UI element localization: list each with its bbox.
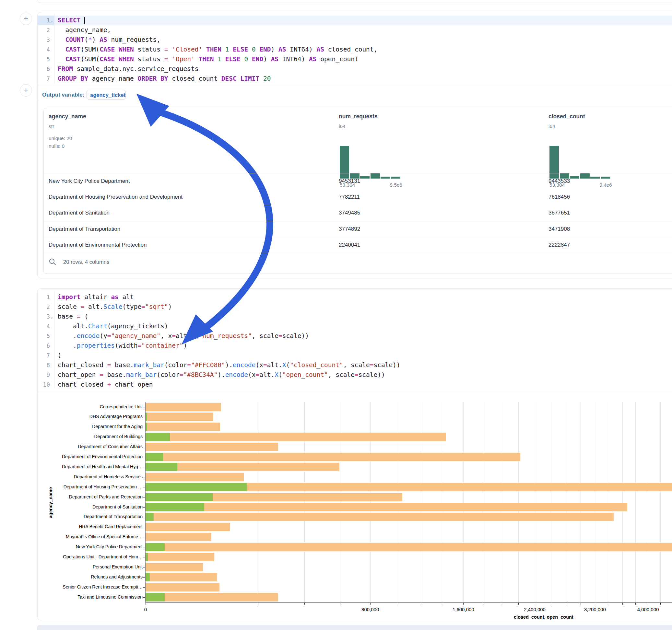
code-line[interactable]: 3⌄base = ( [38,312,672,321]
chart-bar-open [146,463,177,471]
code-line[interactable]: 6FROM sample_data.nyc.service_requests [38,64,672,74]
chart-bar-open [146,413,147,421]
line-number: 8 [38,360,50,370]
table-cell-closed-count[interactable]: 3471908 [549,221,570,237]
code-line[interactable]: 5 .encode(y="agency_name", x=alt.X("num_… [38,331,672,341]
code-line[interactable]: 6 .properties(width="container") [38,341,672,350]
chart-bar-closed [146,513,614,521]
table-cell-closed-count[interactable]: 3677651 [549,205,570,221]
chart-bar-closed [146,543,672,551]
chart-y-label: Department of Housing Preservation … [55,484,143,489]
output-row-divider [38,101,672,101]
chart-x-tick-label: 0 [144,607,147,612]
chart-gridline [635,402,636,602]
chart-gridline [648,402,648,602]
chart-x-axis-title: closed_count, open_count [514,614,573,620]
chart-y-label: Correspondence Unit [55,404,143,409]
chart-x-tick [370,603,370,605]
chevron-down-icon[interactable]: ⌄ [51,16,53,26]
histogram-bar [580,173,590,178]
chart-x-tick-label: 2,400,000 [524,607,546,612]
sql-editor[interactable]: 1⌄SELECT 2 agency_name,3 COUNT(*) AS num… [38,16,672,83]
chart-y-label: Department of Transportation [55,514,143,519]
code-line[interactable]: 1⌄SELECT [38,16,672,25]
chart-y-label: Department of Homeless Services [55,474,143,479]
table-cell-closed-count[interactable]: 9443533 [549,173,570,189]
table-cell-closed-count[interactable]: 2222847 [549,237,570,253]
table-cell-agency[interactable]: New York City Police Department [49,173,130,189]
code-line[interactable]: 10chart_closed + chart_open [38,380,672,390]
chart-bar-open [146,543,165,551]
code-line[interactable]: 4 alt.Chart(agency_tickets) [38,321,672,331]
table-cell-agency[interactable]: Department of Transportation [49,221,120,237]
chart-y-tick [143,597,145,598]
column-header: agency_name [49,113,86,120]
line-number: 5 [38,54,50,64]
code-line[interactable]: 5 CAST(SUM(CASE WHEN status = 'Open' THE… [38,54,672,64]
chart-gridline [258,402,258,602]
code-line[interactable]: 7GROUP BY agency_name ORDER BY closed_co… [38,74,672,83]
table-cell-num-requests[interactable]: 7782211 [339,189,360,205]
chart-x-tick [635,603,636,605]
histogram-bar [601,177,610,178]
histogram-bar [590,177,600,178]
chart-gridline [622,402,623,602]
chart-y-tick [143,467,145,467]
line-number: 4 [38,321,50,331]
chart-y-label: Mayorâ€ s Office of Special Enforce… [55,534,143,539]
chart-x-tick [660,603,661,605]
code-line[interactable]: 2 agency_name, [38,25,672,35]
line-number: 5 [38,331,50,341]
column-header: closed_count [549,113,585,120]
table-cell-agency[interactable]: Department of Sanitation [49,205,110,221]
line-number: 6 [38,341,50,350]
histogram-bar [360,176,369,178]
chart-gridline [397,402,397,602]
code-line[interactable]: 3 COUNT(*) AS num_requests, [38,35,672,45]
chart-x-tick [146,603,146,605]
chart-x-tick [566,603,566,605]
chart-y-tick [143,567,145,567]
chart-bar-closed [146,473,244,481]
chart-bar-open [146,422,147,431]
chart-x-tick [622,603,623,605]
chevron-down-icon[interactable]: ⌄ [51,312,53,322]
column-type: i64 [339,123,345,129]
table-cell-num-requests[interactable]: 3749485 [339,205,360,221]
table-cell-agency[interactable]: Department of Environmental Protection [49,237,146,253]
code-line[interactable]: 2scale = alt.Scale(type="sqrt") [38,302,672,312]
code-line[interactable]: 7) [38,350,672,360]
table-cell-agency[interactable]: Department of Housing Preservation and D… [49,189,183,205]
table-cell-closed-count[interactable]: 7618456 [549,189,570,205]
chart-bar-closed [146,433,446,441]
output-variable-pill[interactable]: agency_tickets [87,90,126,99]
chart-bar-open [146,513,154,521]
code-line[interactable]: 4 CAST(SUM(CASE WHEN status = 'Closed' T… [38,45,672,54]
previous-cell-edge [37,0,672,3]
chart-gridline [581,402,581,602]
code-line[interactable]: 8chart_closed = base.mark_bar(color="#FF… [38,360,672,370]
line-number: 6 [38,64,50,74]
add-cell-button-middle[interactable]: + [20,84,32,97]
column-type: i64 [549,123,555,129]
table-cell-num-requests[interactable]: 3774892 [339,221,360,237]
code-line[interactable]: 1import altair as alt [38,292,672,302]
histogram-bar [370,173,380,178]
output-variable-label: Output variable: [42,92,84,98]
chart-x-tick [304,603,305,605]
histogram-bar [391,177,400,178]
column-stat: unique: 20 [49,136,72,141]
table-cell-num-requests[interactable]: 9453131 [339,173,360,189]
chart-y-label: Operations Unit - Department of Hom… [55,554,143,559]
chart-bar-closed [146,453,520,461]
code-line[interactable]: 9chart_open = base.mark_bar(color="#8BC3… [38,370,672,380]
chart-x-tick-label: 1,600,000 [453,607,474,612]
line-number: 3 [38,35,50,45]
chart-y-label: Taxi and Limousine Commission [55,595,143,600]
chart-y-label: Department of Health and Mental Hyg… [55,464,143,469]
chart-y-tick [143,417,145,417]
add-cell-button-top[interactable]: + [20,13,32,25]
chart-y-axis-title: agency_name [48,487,53,518]
python-editor[interactable]: 1import altair as alt2scale = alt.Scale(… [38,292,672,390]
table-cell-num-requests[interactable]: 2240041 [339,237,360,253]
